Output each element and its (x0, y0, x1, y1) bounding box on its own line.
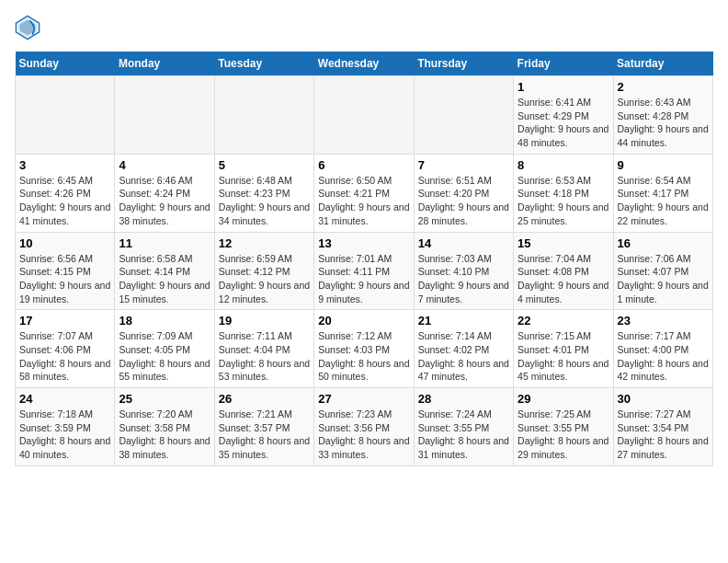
calendar-cell: 28Sunrise: 7:24 AM Sunset: 3:55 PM Dayli… (414, 388, 513, 466)
day-info: Sunrise: 6:56 AM Sunset: 4:15 PM Dayligh… (19, 252, 110, 306)
calendar-cell: 19Sunrise: 7:11 AM Sunset: 4:04 PM Dayli… (214, 310, 313, 388)
day-number: 14 (418, 236, 509, 250)
calendar-week-row: 17Sunrise: 7:07 AM Sunset: 4:06 PM Dayli… (16, 310, 713, 388)
day-info: Sunrise: 7:24 AM Sunset: 3:55 PM Dayligh… (418, 408, 509, 462)
day-number: 3 (19, 158, 110, 172)
day-number: 12 (219, 236, 310, 250)
day-info: Sunrise: 7:15 AM Sunset: 4:01 PM Dayligh… (518, 329, 609, 384)
day-of-week-header: Tuesday (214, 52, 313, 76)
day-info: Sunrise: 7:04 AM Sunset: 4:08 PM Dayligh… (518, 252, 609, 306)
day-number: 9 (618, 158, 709, 172)
day-info: Sunrise: 6:48 AM Sunset: 4:23 PM Dayligh… (219, 174, 310, 228)
day-of-week-header: Sunday (16, 52, 115, 76)
calendar-cell: 27Sunrise: 7:23 AM Sunset: 3:56 PM Dayli… (314, 388, 414, 466)
calendar-cell: 6Sunrise: 6:50 AM Sunset: 4:21 PM Daylig… (314, 154, 414, 232)
calendar-cell: 12Sunrise: 6:59 AM Sunset: 4:12 PM Dayli… (214, 232, 313, 310)
calendar-table: SundayMondayTuesdayWednesdayThursdayFrid… (15, 52, 713, 466)
calendar-cell: 21Sunrise: 7:14 AM Sunset: 4:02 PM Dayli… (414, 310, 513, 388)
day-number: 16 (618, 236, 709, 250)
calendar-cell: 20Sunrise: 7:12 AM Sunset: 4:03 PM Dayli… (314, 310, 414, 388)
day-number: 15 (518, 236, 609, 250)
day-info: Sunrise: 7:20 AM Sunset: 3:58 PM Dayligh… (119, 408, 210, 462)
calendar-cell: 3Sunrise: 6:45 AM Sunset: 4:26 PM Daylig… (16, 154, 115, 232)
day-of-week-header: Wednesday (314, 52, 414, 76)
day-number: 22 (518, 314, 609, 327)
day-number: 10 (19, 236, 110, 250)
calendar-cell: 4Sunrise: 6:46 AM Sunset: 4:24 PM Daylig… (115, 154, 214, 232)
day-number: 27 (318, 392, 409, 406)
calendar-cell: 22Sunrise: 7:15 AM Sunset: 4:01 PM Dayli… (514, 310, 613, 388)
day-info: Sunrise: 7:27 AM Sunset: 3:54 PM Dayligh… (618, 408, 709, 462)
calendar-cell: 8Sunrise: 6:53 AM Sunset: 4:18 PM Daylig… (514, 154, 613, 232)
logo-icon (15, 15, 40, 40)
day-number: 2 (618, 80, 709, 94)
calendar-week-row: 24Sunrise: 7:18 AM Sunset: 3:59 PM Dayli… (16, 388, 713, 466)
day-info: Sunrise: 7:03 AM Sunset: 4:10 PM Dayligh… (418, 252, 509, 306)
day-of-week-header: Friday (514, 52, 613, 76)
day-number: 19 (219, 314, 310, 327)
calendar-cell (16, 76, 115, 155)
day-info: Sunrise: 7:21 AM Sunset: 3:57 PM Dayligh… (219, 408, 310, 462)
calendar-week-row: 1Sunrise: 6:41 AM Sunset: 4:29 PM Daylig… (16, 76, 713, 155)
calendar-cell: 2Sunrise: 6:43 AM Sunset: 4:28 PM Daylig… (613, 76, 712, 155)
day-info: Sunrise: 6:41 AM Sunset: 4:29 PM Dayligh… (518, 96, 609, 150)
calendar-cell: 25Sunrise: 7:20 AM Sunset: 3:58 PM Dayli… (115, 388, 214, 466)
day-info: Sunrise: 6:54 AM Sunset: 4:17 PM Dayligh… (618, 174, 709, 228)
calendar-cell: 18Sunrise: 7:09 AM Sunset: 4:05 PM Dayli… (115, 310, 214, 388)
day-number: 8 (518, 158, 609, 172)
calendar-cell: 7Sunrise: 6:51 AM Sunset: 4:20 PM Daylig… (414, 154, 513, 232)
day-info: Sunrise: 6:50 AM Sunset: 4:21 PM Dayligh… (318, 174, 409, 228)
calendar-cell: 15Sunrise: 7:04 AM Sunset: 4:08 PM Dayli… (514, 232, 613, 310)
calendar-cell: 5Sunrise: 6:48 AM Sunset: 4:23 PM Daylig… (214, 154, 313, 232)
day-number: 1 (518, 80, 609, 94)
calendar-week-row: 3Sunrise: 6:45 AM Sunset: 4:26 PM Daylig… (16, 154, 713, 232)
day-number: 26 (219, 392, 310, 406)
day-info: Sunrise: 6:43 AM Sunset: 4:28 PM Dayligh… (618, 96, 709, 150)
day-number: 6 (318, 158, 409, 172)
day-info: Sunrise: 7:12 AM Sunset: 4:03 PM Dayligh… (318, 329, 409, 384)
calendar-cell: 13Sunrise: 7:01 AM Sunset: 4:11 PM Dayli… (314, 232, 414, 310)
calendar-cell: 11Sunrise: 6:58 AM Sunset: 4:14 PM Dayli… (115, 232, 214, 310)
calendar-cell: 30Sunrise: 7:27 AM Sunset: 3:54 PM Dayli… (613, 388, 712, 466)
calendar-cell: 29Sunrise: 7:25 AM Sunset: 3:55 PM Dayli… (514, 388, 613, 466)
day-info: Sunrise: 7:14 AM Sunset: 4:02 PM Dayligh… (418, 329, 509, 384)
day-number: 23 (618, 314, 709, 327)
logo (15, 15, 44, 40)
calendar-header-row: SundayMondayTuesdayWednesdayThursdayFrid… (16, 52, 713, 76)
day-info: Sunrise: 6:59 AM Sunset: 4:12 PM Dayligh… (219, 252, 310, 306)
day-info: Sunrise: 7:01 AM Sunset: 4:11 PM Dayligh… (318, 252, 409, 306)
day-number: 5 (219, 158, 310, 172)
day-number: 24 (19, 392, 110, 406)
day-number: 18 (119, 314, 210, 327)
day-info: Sunrise: 7:25 AM Sunset: 3:55 PM Dayligh… (518, 408, 609, 462)
calendar-cell: 1Sunrise: 6:41 AM Sunset: 4:29 PM Daylig… (514, 76, 613, 155)
day-info: Sunrise: 7:06 AM Sunset: 4:07 PM Dayligh… (618, 252, 709, 306)
calendar-cell: 9Sunrise: 6:54 AM Sunset: 4:17 PM Daylig… (613, 154, 712, 232)
calendar-week-row: 10Sunrise: 6:56 AM Sunset: 4:15 PM Dayli… (16, 232, 713, 310)
day-info: Sunrise: 6:45 AM Sunset: 4:26 PM Dayligh… (19, 174, 110, 228)
day-info: Sunrise: 6:46 AM Sunset: 4:24 PM Dayligh… (119, 174, 210, 228)
day-number: 4 (119, 158, 210, 172)
header (15, 15, 713, 40)
day-info: Sunrise: 7:11 AM Sunset: 4:04 PM Dayligh… (219, 329, 310, 384)
calendar-cell: 14Sunrise: 7:03 AM Sunset: 4:10 PM Dayli… (414, 232, 513, 310)
day-info: Sunrise: 7:07 AM Sunset: 4:06 PM Dayligh… (19, 329, 110, 384)
calendar-cell: 10Sunrise: 6:56 AM Sunset: 4:15 PM Dayli… (16, 232, 115, 310)
calendar-cell: 17Sunrise: 7:07 AM Sunset: 4:06 PM Dayli… (16, 310, 115, 388)
calendar-cell: 23Sunrise: 7:17 AM Sunset: 4:00 PM Dayli… (613, 310, 712, 388)
calendar-cell: 26Sunrise: 7:21 AM Sunset: 3:57 PM Dayli… (214, 388, 313, 466)
day-info: Sunrise: 6:58 AM Sunset: 4:14 PM Dayligh… (119, 252, 210, 306)
day-number: 11 (119, 236, 210, 250)
calendar-cell (314, 76, 414, 155)
calendar-cell (414, 76, 513, 155)
day-of-week-header: Monday (115, 52, 214, 76)
calendar-cell: 24Sunrise: 7:18 AM Sunset: 3:59 PM Dayli… (16, 388, 115, 466)
calendar-cell (214, 76, 313, 155)
day-of-week-header: Thursday (414, 52, 513, 76)
day-info: Sunrise: 7:23 AM Sunset: 3:56 PM Dayligh… (318, 408, 409, 462)
day-number: 21 (418, 314, 509, 327)
day-info: Sunrise: 7:09 AM Sunset: 4:05 PM Dayligh… (119, 329, 210, 384)
calendar-cell: 16Sunrise: 7:06 AM Sunset: 4:07 PM Dayli… (613, 232, 712, 310)
day-info: Sunrise: 6:53 AM Sunset: 4:18 PM Dayligh… (518, 174, 609, 228)
day-number: 28 (418, 392, 509, 406)
